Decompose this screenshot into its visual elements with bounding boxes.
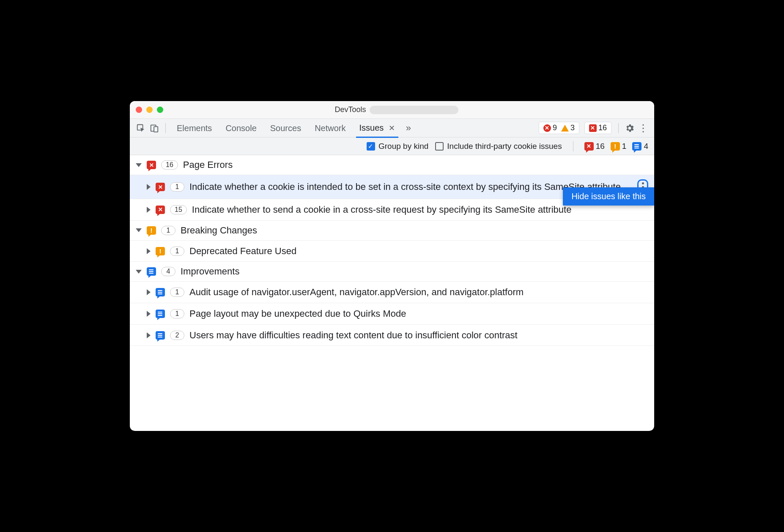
console-counter-box[interactable]: ✕9 3 (539, 122, 579, 134)
issue-row[interactable]: 1 Audit usage of navigator.userAgent, na… (130, 282, 654, 303)
warning-count: 3 (570, 123, 575, 132)
tab-network[interactable]: Network (308, 119, 352, 137)
inspect-icon[interactable] (134, 121, 148, 135)
info-kind-count: 4 (644, 142, 648, 151)
issue-row[interactable]: 1 Deprecated Feature Used (130, 241, 654, 262)
issue-count: 1 (170, 309, 184, 318)
group-improvements[interactable]: 4 Improvements (130, 262, 654, 282)
group-label: Breaking Changes (181, 225, 257, 236)
issue-count: 1 (170, 288, 184, 297)
error-bubble-icon (147, 161, 156, 169)
error-count: 9 (553, 123, 557, 132)
chevron-right-icon (147, 289, 151, 295)
titlebar: DevTools (130, 101, 654, 119)
issues-counter-box[interactable]: ✕16 (584, 122, 611, 134)
svg-rect-2 (154, 126, 158, 132)
issue-text: Users may have difficulties reading text… (189, 329, 648, 342)
tab-sources[interactable]: Sources (263, 119, 308, 137)
chevron-down-icon (136, 228, 142, 232)
more-tabs-icon[interactable]: » (402, 121, 415, 135)
warning-triangle-icon (561, 125, 569, 132)
issues-subbar: ✓ Group by kind Include third-party cook… (130, 137, 654, 155)
issue-row[interactable]: 1 Page layout may be unexpected due to Q… (130, 303, 654, 325)
error-bubble-icon (156, 183, 165, 191)
context-menu-hide-issues[interactable]: Hide issues like this (563, 187, 654, 206)
main-toolbar: Elements Console Sources Network Issues … (130, 119, 654, 137)
issue-count: 1 (170, 247, 184, 256)
issue-count: 1 (170, 182, 184, 192)
warning-bubble-icon (147, 226, 156, 235)
group-page-errors[interactable]: 16 Page Errors (130, 155, 654, 175)
close-window-button[interactable] (136, 107, 142, 113)
settings-icon[interactable] (623, 121, 636, 135)
traffic-lights (136, 107, 163, 113)
info-bubble-icon (156, 288, 165, 296)
close-tab-icon[interactable]: ✕ (389, 124, 395, 132)
info-bubble-icon (156, 331, 165, 340)
issues-count: 16 (598, 123, 607, 132)
error-bubble-icon (156, 206, 165, 214)
checkbox-checked-icon: ✓ (367, 142, 375, 151)
warning-bubble-icon (611, 142, 620, 151)
chevron-right-icon (147, 311, 151, 317)
warning-kind-count: 1 (622, 142, 627, 151)
devtools-window: DevTools Elements Console Sources Networ… (130, 101, 654, 431)
title-url-pill (370, 106, 458, 114)
issue-text: Audit usage of navigator.userAgent, navi… (189, 286, 648, 299)
chevron-right-icon (147, 184, 151, 190)
group-label: Improvements (181, 266, 239, 277)
divider (573, 141, 573, 151)
group-count: 16 (161, 160, 178, 170)
checkbox-unchecked-icon (435, 142, 444, 151)
info-bubble-icon (147, 267, 156, 276)
group-breaking-changes[interactable]: 1 Breaking Changes (130, 221, 654, 241)
issue-text: Page layout may be unexpected due to Qui… (189, 307, 648, 320)
tab-issues[interactable]: Issues ✕ (353, 118, 402, 137)
group-by-kind-label: Group by kind (378, 142, 428, 151)
error-kind-count: 16 (596, 142, 605, 151)
issue-text: Deprecated Feature Used (189, 245, 648, 258)
info-bubble-icon (156, 310, 165, 318)
maximize-window-button[interactable] (157, 107, 163, 113)
group-count: 1 (161, 226, 175, 235)
chevron-down-icon (136, 270, 142, 274)
issue-count: 15 (170, 205, 187, 214)
chevron-down-icon (136, 163, 142, 167)
include-thirdparty-label: Include third-party cookie issues (447, 142, 562, 151)
divider (165, 123, 166, 133)
issue-kind-counts: 16 1 4 (584, 142, 648, 151)
group-label: Page Errors (183, 159, 233, 170)
group-by-kind-checkbox[interactable]: ✓ Group by kind (367, 142, 428, 151)
divider (618, 123, 619, 133)
chevron-right-icon (147, 332, 151, 338)
window-title: DevTools (334, 105, 366, 114)
main-menu-icon[interactable]: ⋮ (636, 121, 650, 135)
warning-bubble-icon (156, 247, 165, 255)
chevron-right-icon (147, 207, 151, 213)
minimize-window-button[interactable] (146, 107, 153, 113)
tab-console[interactable]: Console (219, 119, 263, 137)
tab-elements[interactable]: Elements (170, 119, 219, 137)
info-bubble-icon (632, 142, 641, 151)
device-toggle-icon[interactable] (148, 121, 161, 135)
tab-issues-label: Issues (359, 123, 384, 132)
chevron-right-icon (147, 248, 151, 254)
error-dot-icon: ✕ (543, 124, 551, 132)
issue-row[interactable]: 2 Users may have difficulties reading te… (130, 325, 654, 346)
issue-count: 2 (170, 331, 184, 340)
error-bubble-icon (584, 142, 594, 151)
issues-content: 16 Page Errors 1 Indicate whether a cook… (130, 155, 654, 431)
issues-square-icon: ✕ (589, 124, 597, 132)
include-thirdparty-checkbox[interactable]: Include third-party cookie issues (435, 142, 562, 151)
group-count: 4 (161, 267, 175, 276)
